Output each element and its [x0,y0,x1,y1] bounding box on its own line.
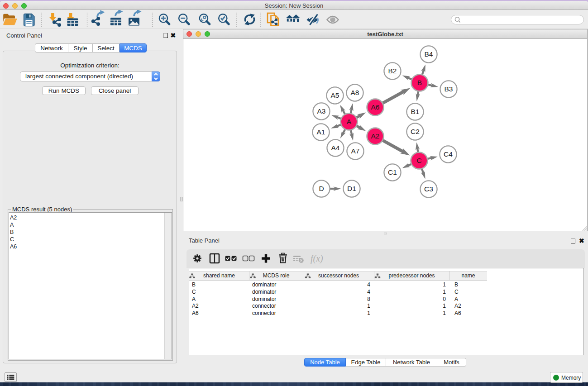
svg-text:A: A [347,118,352,125]
svg-text:B2: B2 [388,67,397,75]
svg-text:A8: A8 [351,89,359,96]
svg-text:D1: D1 [347,185,356,192]
svg-text:C: C [416,157,421,164]
svg-text:A1: A1 [317,128,325,136]
svg-text:C1: C1 [388,168,397,176]
svg-text:A2: A2 [371,132,380,140]
svg-text:f(x): f(x) [311,253,323,264]
svg-text:C2: C2 [411,128,420,135]
svg-text:B3: B3 [445,85,453,93]
svg-text:A4: A4 [331,144,340,152]
svg-text:C3: C3 [424,185,433,193]
svg-text:A5: A5 [331,91,339,99]
svg-text:A3: A3 [317,107,326,115]
svg-text:B4: B4 [425,50,433,58]
svg-text:D: D [319,185,324,192]
svg-text:A7: A7 [351,147,360,155]
svg-text:C4: C4 [444,150,453,158]
svg-text:B: B [417,79,422,86]
svg-text:A6: A6 [371,103,380,111]
svg-text:B1: B1 [411,108,420,115]
